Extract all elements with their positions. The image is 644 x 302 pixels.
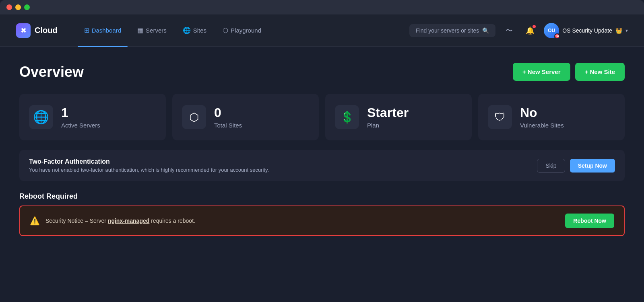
servers-icon: ▦ xyxy=(137,27,143,34)
activity-icon: 〜 xyxy=(506,26,513,35)
stat-info-servers: 1 Active Servers xyxy=(61,105,100,129)
header-buttons: + New Server + New Site xyxy=(513,63,625,81)
nav-item-servers[interactable]: ▦ Servers xyxy=(131,23,173,37)
active-servers-count: 1 xyxy=(61,105,100,120)
notification-dot xyxy=(533,25,536,28)
navbar: ✖ Cloud ⊞ Dashboard ▦ Servers 🌐 Sites ⬡ … xyxy=(0,14,644,47)
stat-card-vulnerable-sites: 🛡 No Vulnerable Sites xyxy=(478,94,625,140)
twofa-actions: Skip Setup Now xyxy=(537,159,615,173)
nav-right: Find your servers or sites 🔍 〜 🔔 OU TA O… xyxy=(409,23,628,38)
new-server-button[interactable]: + New Server xyxy=(513,63,570,81)
warning-icon: ⚠️ xyxy=(30,216,40,226)
stat-card-total-sites: ⬡ 0 Total Sites xyxy=(172,94,319,140)
stat-info-vulnerable: No Vulnerable Sites xyxy=(520,105,564,129)
setup-now-button[interactable]: Setup Now xyxy=(570,159,615,173)
traffic-light-minimize[interactable] xyxy=(15,4,21,10)
total-sites-count: 0 xyxy=(214,105,242,120)
vulnerable-count: No xyxy=(520,105,564,120)
twofa-text: Two-Factor Authentication You have not e… xyxy=(29,158,269,173)
twofa-title: Two-Factor Authentication xyxy=(29,158,269,165)
active-servers-label: Active Servers xyxy=(61,122,100,129)
reboot-section-title: Reboot Required xyxy=(19,192,625,201)
billing-icon: 💲 xyxy=(340,111,354,124)
logo-icon: ✖ xyxy=(16,23,31,38)
plan-label: Plan xyxy=(367,122,409,129)
nav-label-servers: Servers xyxy=(146,27,167,34)
user-info[interactable]: OU TA OS Security Update 👑 ▾ xyxy=(544,23,628,38)
activity-button[interactable]: 〜 xyxy=(502,23,516,38)
search-placeholder-text: Find your servers or sites xyxy=(416,27,479,34)
nav-label-playground: Playground xyxy=(231,27,261,34)
traffic-light-close[interactable] xyxy=(6,4,12,10)
window-chrome xyxy=(0,0,644,14)
nav-links: ⊞ Dashboard ▦ Servers 🌐 Sites ⬡ Playgrou… xyxy=(78,23,409,37)
stat-info-sites: 0 Total Sites xyxy=(214,105,242,129)
page-title: Overview xyxy=(19,64,84,80)
vulnerable-label: Vulnerable Sites xyxy=(520,122,564,129)
stat-icon-sites: ⬡ xyxy=(182,105,206,129)
chevron-down-icon: ▾ xyxy=(625,28,628,33)
twofa-banner: Two-Factor Authentication You have not e… xyxy=(19,150,625,181)
nav-label-sites: Sites xyxy=(193,27,206,34)
reboot-notice-left: ⚠️ Security Notice – Server nginx-manage… xyxy=(30,216,195,226)
search-icon: 🔍 xyxy=(482,27,489,34)
stat-card-active-servers: 🌐 1 Active Servers xyxy=(19,94,166,140)
user-name: OS Security Update xyxy=(562,27,612,34)
stat-icon-security: 🛡 xyxy=(488,105,512,129)
nav-item-sites[interactable]: 🌐 Sites xyxy=(176,23,213,37)
nav-item-dashboard[interactable]: ⊞ Dashboard xyxy=(78,23,128,37)
reboot-notice-text: Security Notice – Server nginx-managed r… xyxy=(45,218,195,224)
skip-button[interactable]: Skip xyxy=(537,159,565,173)
shield-bug-icon: 🛡 xyxy=(494,111,506,124)
main-content: Overview + New Server + New Site 🌐 1 Act… xyxy=(0,47,644,260)
avatar: OU TA xyxy=(544,23,559,38)
stat-card-plan: 💲 Starter Plan xyxy=(325,94,472,140)
nav-item-playground[interactable]: ⬡ Playground xyxy=(216,23,268,37)
reboot-section: Reboot Required ⚠️ Security Notice – Ser… xyxy=(19,192,625,236)
nav-label-dashboard: Dashboard xyxy=(92,27,121,34)
plan-name: Starter xyxy=(367,105,409,120)
avatar-initials: OU xyxy=(548,28,555,33)
stat-icon-plan: 💲 xyxy=(335,105,359,129)
stat-icon-servers: 🌐 xyxy=(29,105,53,129)
sites-icon: 🌐 xyxy=(183,27,191,34)
logo-text: Cloud xyxy=(35,26,58,35)
search-bar[interactable]: Find your servers or sites 🔍 xyxy=(409,24,495,37)
total-sites-label: Total Sites xyxy=(214,122,242,129)
avatar-badge-text: TA xyxy=(555,34,559,38)
server-name-link[interactable]: nginx-managed xyxy=(108,218,149,224)
reboot-now-button[interactable]: Reboot Now xyxy=(565,214,614,228)
logo[interactable]: ✖ Cloud xyxy=(16,23,58,38)
dashboard-icon: ⊞ xyxy=(84,27,89,34)
globe-database-icon: 🌐 xyxy=(33,109,49,125)
playground-icon: ⬡ xyxy=(223,27,228,34)
crown-icon: 👑 xyxy=(615,27,622,34)
stats-grid: 🌐 1 Active Servers ⬡ 0 Total Sites 💲 Sta… xyxy=(19,94,625,140)
overview-header: Overview + New Server + New Site xyxy=(19,63,625,81)
stat-info-plan: Starter Plan xyxy=(367,105,409,129)
notification-button[interactable]: 🔔 xyxy=(523,23,537,38)
twofa-description: You have not enabled two-factor authenti… xyxy=(29,167,269,173)
new-site-button[interactable]: + New Site xyxy=(575,63,625,81)
reboot-notice: ⚠️ Security Notice – Server nginx-manage… xyxy=(19,205,625,236)
network-icon: ⬡ xyxy=(189,111,199,124)
traffic-light-fullscreen[interactable] xyxy=(24,4,30,10)
avatar-badge: TA xyxy=(554,33,560,39)
